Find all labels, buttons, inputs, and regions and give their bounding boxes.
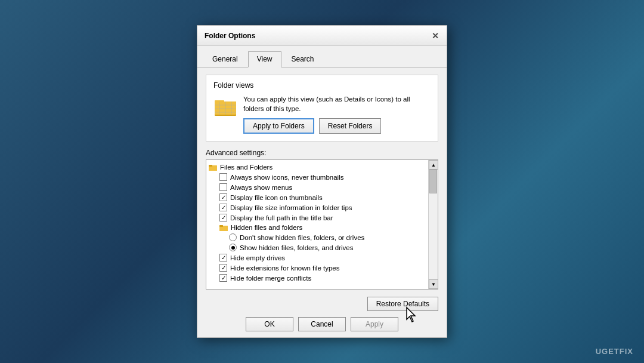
tab-search[interactable]: Search <box>283 51 323 67</box>
close-button[interactable]: ✕ <box>430 30 441 41</box>
checkbox-hide-empty-drives[interactable] <box>219 254 227 262</box>
title-bar: Folder Options ✕ <box>197 26 447 46</box>
checkbox-full-path[interactable] <box>219 214 227 222</box>
scroll-down-button[interactable]: ▼ <box>429 279 438 289</box>
list-item[interactable]: Hide folder merge conflicts <box>206 273 428 283</box>
checkbox-file-icon-thumbnails[interactable] <box>219 193 227 201</box>
list-item[interactable]: Always show icons, never thumbnails <box>206 172 428 182</box>
checkbox-always-show-menus[interactable] <box>219 183 227 191</box>
watermark: UGETFIX <box>596 347 633 356</box>
tab-view[interactable]: View <box>248 51 281 67</box>
list-item: Hidden files and folders <box>206 223 428 232</box>
restore-row: Restore Defaults <box>206 297 438 311</box>
list-item[interactable]: Always show menus <box>206 182 428 192</box>
list-item[interactable]: Display file icon on thumbnails <box>206 192 428 202</box>
checkbox-file-size-info[interactable] <box>219 204 227 211</box>
tab-content: Folder views <box>197 67 447 297</box>
folder-small-icon <box>209 164 217 171</box>
folder-view-description: You can apply this view (such as Details… <box>243 94 431 113</box>
folder-view-row: You can apply this view (such as Details… <box>213 94 431 134</box>
checkbox-always-show-icons[interactable] <box>219 173 227 181</box>
advanced-settings-section: Advanced settings: Files and Folders <box>206 149 438 290</box>
radio-show-hidden[interactable] <box>229 244 237 251</box>
apply-button[interactable]: Apply <box>351 317 398 331</box>
settings-list: Files and Folders Always show icons, nev… <box>206 160 428 289</box>
folder-view-buttons: Apply to Folders Reset Folders <box>243 118 431 134</box>
tabs-container: General View Search <box>197 46 447 67</box>
tab-general[interactable]: General <box>203 51 247 67</box>
settings-list-container: Files and Folders Always show icons, nev… <box>206 159 438 290</box>
bottom-section: Restore Defaults OK Cancel Apply <box>197 297 447 337</box>
apply-to-folders-button[interactable]: Apply to Folders <box>243 118 314 134</box>
cancel-button[interactable]: Cancel <box>298 317 346 331</box>
svg-rect-12 <box>219 225 223 227</box>
list-item[interactable]: Display file size information in folder … <box>206 202 428 213</box>
ok-button[interactable]: OK <box>246 317 293 331</box>
list-item[interactable]: Show hidden files, folders, and drives <box>206 242 428 253</box>
scroll-thumb[interactable] <box>429 170 437 193</box>
reset-folders-button[interactable]: Reset Folders <box>319 118 382 134</box>
folder-view-content: You can apply this view (such as Details… <box>243 94 431 134</box>
ok-cancel-row: OK Cancel Apply <box>206 317 438 331</box>
folder-options-dialog: Folder Options ✕ General View Search Fol… <box>197 25 447 338</box>
scroll-track[interactable] <box>429 170 438 279</box>
advanced-settings-label: Advanced settings: <box>206 149 438 157</box>
checkbox-hide-merge-conflicts[interactable] <box>219 274 227 282</box>
list-item[interactable]: Hide extensions for known file types <box>206 263 428 273</box>
list-item[interactable]: Display the full path in the title bar <box>206 213 428 223</box>
restore-defaults-button[interactable]: Restore Defaults <box>367 297 438 311</box>
scrollbar[interactable]: ▲ ▼ <box>428 160 438 289</box>
list-item: Files and Folders <box>206 162 428 172</box>
svg-rect-10 <box>209 165 212 167</box>
dialog-title: Folder Options <box>205 32 255 40</box>
folder-small-icon <box>219 224 228 231</box>
scroll-up-button[interactable]: ▲ <box>429 160 438 170</box>
folder-views-section: Folder views <box>206 75 438 141</box>
radio-dont-show-hidden[interactable] <box>229 233 237 241</box>
checkbox-hide-extensions[interactable] <box>219 264 227 272</box>
list-item[interactable]: Hide empty drives <box>206 253 428 263</box>
folder-views-label: Folder views <box>213 81 431 90</box>
folder-icon <box>213 96 237 117</box>
list-item[interactable]: Don't show hidden files, folders, or dri… <box>206 232 428 242</box>
